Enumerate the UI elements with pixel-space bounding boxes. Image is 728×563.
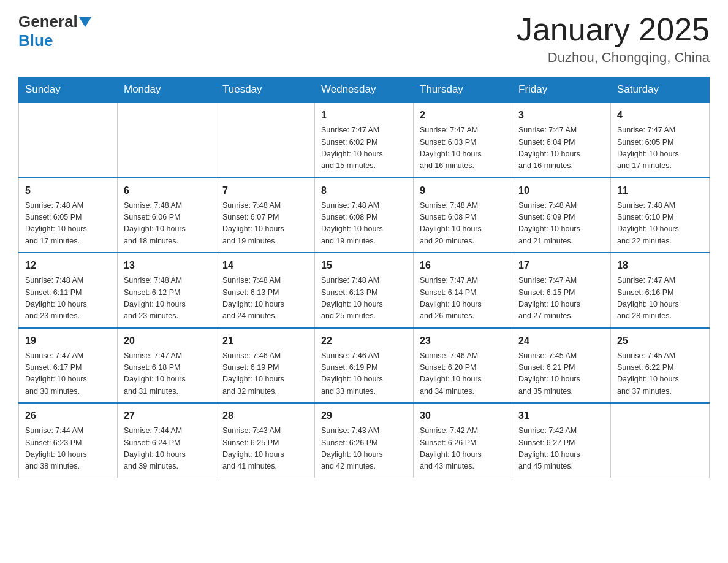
calendar-cell	[19, 102, 118, 178]
calendar-cell: 20Sunrise: 7:47 AMSunset: 6:18 PMDayligh…	[118, 328, 216, 404]
day-number: 11	[617, 183, 703, 198]
calendar-cell: 19Sunrise: 7:47 AMSunset: 6:17 PMDayligh…	[19, 328, 118, 404]
calendar-header-monday: Monday	[118, 77, 216, 103]
day-number: 23	[420, 334, 506, 348]
calendar-header-thursday: Thursday	[414, 77, 512, 103]
day-number: 14	[222, 258, 308, 273]
day-info: Sunrise: 7:48 AMSunset: 6:05 PMDaylight:…	[25, 200, 111, 248]
week-row-2: 5Sunrise: 7:48 AMSunset: 6:05 PMDaylight…	[19, 178, 710, 253]
week-row-4: 19Sunrise: 7:47 AMSunset: 6:17 PMDayligh…	[19, 328, 710, 404]
week-row-3: 12Sunrise: 7:48 AMSunset: 6:11 PMDayligh…	[19, 253, 710, 328]
day-info: Sunrise: 7:48 AMSunset: 6:11 PMDaylight:…	[25, 275, 111, 323]
day-number: 10	[518, 183, 604, 198]
day-number: 3	[518, 108, 604, 123]
day-info: Sunrise: 7:43 AMSunset: 6:26 PMDaylight:…	[321, 425, 407, 473]
calendar-header-row: SundayMondayTuesdayWednesdayThursdayFrid…	[19, 77, 710, 103]
day-number: 29	[321, 408, 407, 423]
day-info: Sunrise: 7:48 AMSunset: 6:13 PMDaylight:…	[321, 275, 407, 323]
day-number: 24	[518, 334, 604, 348]
day-number: 26	[25, 408, 111, 423]
calendar-cell: 15Sunrise: 7:48 AMSunset: 6:13 PMDayligh…	[315, 253, 414, 328]
logo: General Blue	[18, 12, 93, 50]
calendar-header-sunday: Sunday	[19, 77, 118, 103]
day-number: 17	[518, 258, 604, 273]
calendar-cell: 3Sunrise: 7:47 AMSunset: 6:04 PMDaylight…	[512, 102, 611, 178]
calendar-cell: 21Sunrise: 7:46 AMSunset: 6:19 PMDayligh…	[216, 328, 315, 404]
calendar-cell: 30Sunrise: 7:42 AMSunset: 6:26 PMDayligh…	[414, 403, 512, 478]
day-number: 20	[124, 334, 210, 348]
calendar-cell: 17Sunrise: 7:47 AMSunset: 6:15 PMDayligh…	[512, 253, 611, 328]
day-info: Sunrise: 7:48 AMSunset: 6:08 PMDaylight:…	[321, 200, 407, 248]
day-info: Sunrise: 7:47 AMSunset: 6:17 PMDaylight:…	[25, 350, 111, 398]
calendar-table: SundayMondayTuesdayWednesdayThursdayFrid…	[18, 77, 710, 478]
calendar-cell: 22Sunrise: 7:46 AMSunset: 6:19 PMDayligh…	[315, 328, 414, 404]
day-number: 16	[420, 258, 506, 273]
day-info: Sunrise: 7:48 AMSunset: 6:10 PMDaylight:…	[617, 200, 703, 248]
logo-blue-text: Blue	[18, 31, 53, 50]
day-info: Sunrise: 7:44 AMSunset: 6:24 PMDaylight:…	[124, 425, 210, 473]
calendar-cell: 2Sunrise: 7:47 AMSunset: 6:03 PMDaylight…	[414, 102, 512, 178]
day-info: Sunrise: 7:48 AMSunset: 6:09 PMDaylight:…	[518, 200, 604, 248]
day-number: 5	[25, 183, 111, 198]
day-info: Sunrise: 7:43 AMSunset: 6:25 PMDaylight:…	[222, 425, 308, 473]
day-number: 7	[222, 183, 308, 198]
day-number: 19	[25, 334, 111, 348]
day-info: Sunrise: 7:47 AMSunset: 6:14 PMDaylight:…	[420, 275, 506, 323]
day-info: Sunrise: 7:47 AMSunset: 6:02 PMDaylight:…	[321, 124, 407, 172]
calendar-cell: 1Sunrise: 7:47 AMSunset: 6:02 PMDaylight…	[315, 102, 414, 178]
day-info: Sunrise: 7:46 AMSunset: 6:19 PMDaylight:…	[321, 350, 407, 398]
calendar-cell	[611, 403, 710, 478]
logo-general-text: General	[18, 12, 78, 31]
day-info: Sunrise: 7:48 AMSunset: 6:13 PMDaylight:…	[222, 275, 308, 323]
day-info: Sunrise: 7:48 AMSunset: 6:06 PMDaylight:…	[124, 200, 210, 248]
calendar-cell: 29Sunrise: 7:43 AMSunset: 6:26 PMDayligh…	[315, 403, 414, 478]
calendar-cell	[216, 102, 315, 178]
day-number: 18	[617, 258, 703, 273]
calendar-header-saturday: Saturday	[611, 77, 710, 103]
day-info: Sunrise: 7:48 AMSunset: 6:07 PMDaylight:…	[222, 200, 308, 248]
day-number: 30	[420, 408, 506, 423]
day-info: Sunrise: 7:48 AMSunset: 6:08 PMDaylight:…	[420, 200, 506, 248]
day-info: Sunrise: 7:47 AMSunset: 6:05 PMDaylight:…	[617, 124, 703, 172]
calendar-header-wednesday: Wednesday	[315, 77, 414, 103]
calendar-cell: 28Sunrise: 7:43 AMSunset: 6:25 PMDayligh…	[216, 403, 315, 478]
day-number: 2	[420, 108, 506, 123]
day-info: Sunrise: 7:45 AMSunset: 6:22 PMDaylight:…	[617, 350, 703, 398]
week-row-1: 1Sunrise: 7:47 AMSunset: 6:02 PMDaylight…	[19, 102, 710, 178]
calendar-cell: 11Sunrise: 7:48 AMSunset: 6:10 PMDayligh…	[611, 178, 710, 253]
calendar-cell: 27Sunrise: 7:44 AMSunset: 6:24 PMDayligh…	[118, 403, 216, 478]
day-info: Sunrise: 7:42 AMSunset: 6:26 PMDaylight:…	[420, 425, 506, 473]
day-number: 6	[124, 183, 210, 198]
day-number: 25	[617, 334, 703, 348]
calendar-cell: 31Sunrise: 7:42 AMSunset: 6:27 PMDayligh…	[512, 403, 611, 478]
day-number: 21	[222, 334, 308, 348]
location-text: Duzhou, Chongqing, China	[517, 50, 710, 66]
day-info: Sunrise: 7:47 AMSunset: 6:15 PMDaylight:…	[518, 275, 604, 323]
calendar-cell: 14Sunrise: 7:48 AMSunset: 6:13 PMDayligh…	[216, 253, 315, 328]
calendar-cell: 4Sunrise: 7:47 AMSunset: 6:05 PMDaylight…	[611, 102, 710, 178]
calendar-cell: 9Sunrise: 7:48 AMSunset: 6:08 PMDaylight…	[414, 178, 512, 253]
calendar-cell: 5Sunrise: 7:48 AMSunset: 6:05 PMDaylight…	[19, 178, 118, 253]
day-number: 13	[124, 258, 210, 273]
calendar-cell: 6Sunrise: 7:48 AMSunset: 6:06 PMDaylight…	[118, 178, 216, 253]
day-number: 4	[617, 108, 703, 123]
calendar-header-tuesday: Tuesday	[216, 77, 315, 103]
day-info: Sunrise: 7:44 AMSunset: 6:23 PMDaylight:…	[25, 425, 111, 473]
week-row-5: 26Sunrise: 7:44 AMSunset: 6:23 PMDayligh…	[19, 403, 710, 478]
day-number: 8	[321, 183, 407, 198]
day-number: 27	[124, 408, 210, 423]
day-number: 31	[518, 408, 604, 423]
calendar-cell: 24Sunrise: 7:45 AMSunset: 6:21 PMDayligh…	[512, 328, 611, 404]
calendar-header-friday: Friday	[512, 77, 611, 103]
calendar-cell: 16Sunrise: 7:47 AMSunset: 6:14 PMDayligh…	[414, 253, 512, 328]
day-number: 28	[222, 408, 308, 423]
page-header: General Blue January 2025 Duzhou, Chongq…	[18, 12, 710, 66]
calendar-cell: 12Sunrise: 7:48 AMSunset: 6:11 PMDayligh…	[19, 253, 118, 328]
calendar-cell: 7Sunrise: 7:48 AMSunset: 6:07 PMDaylight…	[216, 178, 315, 253]
calendar-cell: 8Sunrise: 7:48 AMSunset: 6:08 PMDaylight…	[315, 178, 414, 253]
day-info: Sunrise: 7:47 AMSunset: 6:03 PMDaylight:…	[420, 124, 506, 172]
day-info: Sunrise: 7:48 AMSunset: 6:12 PMDaylight:…	[124, 275, 210, 323]
title-section: January 2025 Duzhou, Chongqing, China	[517, 12, 710, 66]
day-number: 15	[321, 258, 407, 273]
day-number: 12	[25, 258, 111, 273]
